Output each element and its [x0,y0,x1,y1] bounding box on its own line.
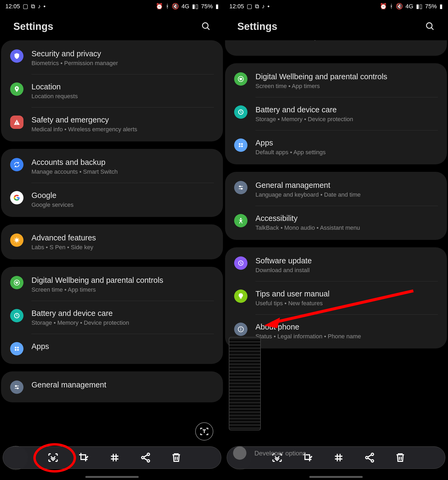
tag-button[interactable] [107,450,123,466]
settings-item-care[interactable]: Battery and device careStorage • Memory … [1,301,223,334]
apps-icon [10,342,23,355]
battery-text: 75% [425,3,437,10]
page-title: Settings [237,21,277,32]
item-subtitle: Labs • S Pen • Side key [31,244,214,251]
item-title: Security and privacy [31,49,214,58]
settings-item-sync[interactable]: Accounts and backupManage accounts • Sma… [1,150,223,183]
settings-item-care[interactable]: Battery and device careStorage • Memory … [225,97,447,130]
item-title: General management [31,380,214,389]
settings-group: Security and privacyBiometrics • Permiss… [1,40,223,141]
battery-text: 75% [201,3,213,10]
settings-item-tips[interactable]: Tips and user manualUseful tips • New fe… [225,281,447,314]
screenshot-toolbar [3,446,221,469]
sync-icon [10,158,23,171]
settings-header: Settings [0,13,224,40]
svg-point-2 [16,88,17,89]
music-icon: ♪ [38,3,41,10]
music-icon: ♪ [262,3,265,10]
phone-screenshot-right: 12:05 ▢ ⧉ ♪ • ⏰ ᚼ 🔇 4G ▮▯ 75% ▮ Settings… [224,0,448,480]
settings-item-apps[interactable]: AppsDefault apps • App settings [225,130,447,163]
item-subtitle: Location requests [31,93,214,100]
overlay-icon: ⧉ [31,3,35,10]
text-extract-icon[interactable] [195,422,213,441]
item-title: Safety and emergency [31,116,214,124]
svg-rect-3 [17,122,17,123]
battery-icon: ▮ [215,3,219,10]
settings-item-heart[interactable]: Digital Wellbeing and parental controlsS… [225,64,447,97]
settings-item-apps[interactable]: Apps [1,334,223,363]
alarm-icon: ⏰ [156,3,163,10]
item-subtitle: Language and keyboard • Date and time [255,191,438,198]
sliders-icon [10,380,23,394]
settings-item-star[interactable]: Labs • S Pen • Side key [225,40,447,55]
heart-icon [234,72,247,86]
svg-point-25 [241,143,243,145]
item-subtitle: Medical info • Wireless emergency alerts [31,126,214,133]
svg-point-30 [239,186,241,187]
item-title: Accessibility [255,214,438,223]
item-title: Digital Wellbeing and parental controls [255,72,438,81]
item-title: Battery and device care [31,309,214,318]
settings-item-shield[interactable]: Security and privacyBiometrics • Permiss… [1,41,223,74]
settings-item-sliders[interactable]: General managementLanguage and keyboard … [225,173,447,206]
network-icon: 4G [182,3,189,10]
bluetooth-icon: ᚼ [390,3,393,10]
alarm-icon: ⏰ [380,3,387,10]
nav-bar-pill[interactable] [309,476,363,478]
settings-group: General managementLanguage and keyboard … [225,172,447,240]
item-title: Digital Wellbeing and parental controls [31,276,214,285]
search-icon[interactable] [201,21,211,32]
overlay-icon: ⧉ [255,3,259,10]
settings-header: Settings [224,13,448,40]
item-subtitle: Storage • Memory • Device protection [31,319,214,326]
search-icon[interactable] [425,21,435,32]
vibrate-icon: 🔇 [172,3,179,10]
settings-item-star[interactable]: Advanced featuresLabs • S Pen • Side key [1,225,223,258]
vibrate-icon: 🔇 [396,3,403,10]
svg-point-27 [241,145,243,147]
developer-row[interactable]: Developer options [224,450,448,457]
svg-point-5 [15,239,19,242]
delete-button[interactable] [168,450,184,466]
nav-bar-pill[interactable] [85,476,139,478]
svg-point-26 [239,145,241,147]
settings-group: General management [1,371,223,402]
settings-item-update[interactable]: Software updateDownload and install [225,248,447,281]
svg-point-19 [426,23,432,28]
signal-icon: ▮▯ [192,3,198,10]
svg-line-1 [207,28,210,30]
page-title: Settings [13,21,53,32]
item-title: Accounts and backup [31,158,214,167]
settings-group: Advanced featuresLabs • S Pen • Side key [1,224,223,259]
svg-point-11 [17,349,19,351]
settings-item-google[interactable]: GoogleGoogle services [1,183,223,216]
item-title: About phone [255,323,438,331]
google-icon [10,191,23,204]
gallery-icon: ▢ [23,3,28,10]
developer-label: Developer options [254,450,306,457]
settings-item-emergency[interactable]: Safety and emergencyMedical info • Wirel… [1,108,223,140]
scrolling-screenshot-preview[interactable] [229,337,261,430]
crop-edit-button[interactable] [76,450,92,466]
svg-line-20 [431,28,434,30]
share-button[interactable] [138,450,154,466]
svg-rect-4 [17,124,17,124]
settings-item-sliders[interactable]: General management [1,372,223,401]
sliders-icon [234,181,247,194]
status-bar: 12:05 ▢ ⧉ ♪ • ⏰ ᚼ 🔇 4G ▮▯ 75% ▮ [224,0,448,13]
item-subtitle: Screen time • App timers [31,286,214,293]
item-subtitle: Manage accounts • Smart Switch [31,168,214,175]
settings-group: Labs • S Pen • Side key [225,40,447,56]
settings-item-heart[interactable]: Digital Wellbeing and parental controlsS… [1,268,223,301]
scroll-capture-button[interactable] [45,450,61,466]
settings-list[interactable]: Security and privacyBiometrics • Permiss… [0,40,224,478]
settings-item-accessibility[interactable]: AccessibilityTalkBack • Mono audio • Ass… [225,206,447,239]
item-title: Google [31,191,214,200]
bluetooth-icon: ᚼ [166,3,169,10]
svg-point-24 [239,143,241,145]
heart-icon [10,276,23,289]
settings-item-location[interactable]: LocationLocation requests [1,74,223,107]
item-title: Location [31,82,214,91]
svg-point-10 [15,349,17,351]
shield-icon [10,49,23,63]
